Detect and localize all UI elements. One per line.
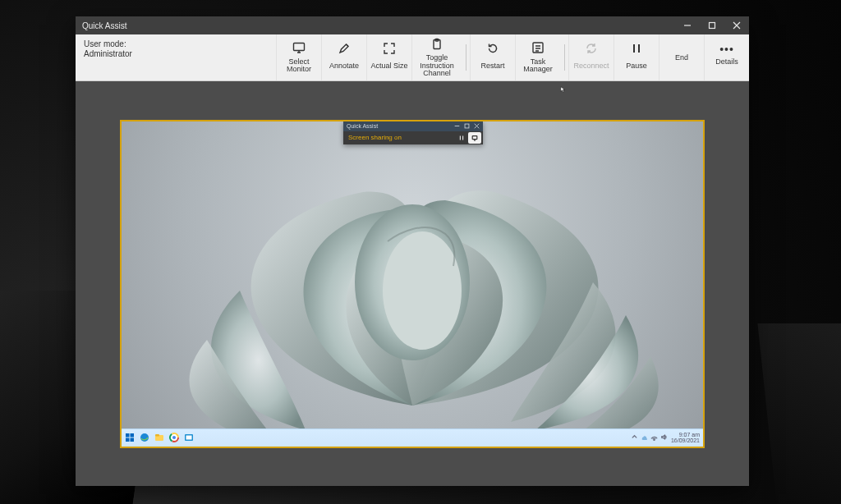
details-button[interactable]: ••• Details: [704, 34, 749, 80]
pause-icon: [630, 42, 643, 57]
remote-overlay-minimize-button[interactable]: [452, 121, 462, 131]
file-explorer-icon[interactable]: [153, 432, 165, 444]
toolbar: User mode: Administrator Select Monitor …: [76, 34, 749, 81]
system-tray[interactable]: [631, 433, 668, 442]
titlebar[interactable]: Quick Assist: [76, 16, 749, 34]
task-manager-button[interactable]: Task Manager: [515, 34, 560, 80]
cursor-icon: [560, 81, 567, 88]
svg-point-20: [172, 436, 176, 439]
app-icon[interactable]: [182, 432, 195, 444]
remote-overlay-statusbar: Screen sharing on: [343, 131, 483, 144]
taskbar-time: 9:07 am: [671, 432, 700, 438]
user-mode-display: User mode: Administrator: [76, 34, 207, 80]
clipboard-icon: [430, 38, 443, 53]
toolbar-buttons: Select Monitor Annotate Actual Size Togg…: [276, 34, 749, 80]
remote-taskbar-left: [123, 432, 195, 444]
actual-size-button[interactable]: Actual Size: [366, 34, 411, 80]
svg-rect-7: [465, 124, 469, 128]
reconnect-icon: [585, 42, 598, 57]
svg-point-23: [654, 440, 655, 441]
restart-button[interactable]: Restart: [470, 34, 515, 80]
network-icon[interactable]: [650, 433, 658, 442]
reconnect-button: Reconnect: [568, 34, 614, 80]
bg-shape-2: [757, 323, 841, 504]
window-controls: [675, 16, 749, 34]
remote-overlay-titlebar[interactable]: Quick Assist: [343, 121, 483, 131]
monitor-icon: [292, 41, 306, 56]
quick-assist-window: Quick Assist User mode: Administrator: [76, 16, 749, 486]
end-button[interactable]: End: [659, 34, 704, 80]
remote-taskbar-right: 9:07 am 16/09/2021: [631, 432, 700, 443]
start-button[interactable]: [123, 432, 136, 444]
restart-icon: [486, 42, 499, 57]
svg-rect-11: [126, 438, 130, 442]
remote-overlay-close-button[interactable]: [471, 121, 481, 131]
volume-icon[interactable]: [660, 433, 668, 442]
select-monitor-button[interactable]: Select Monitor: [276, 34, 321, 80]
svg-rect-8: [472, 135, 477, 139]
maximize-button[interactable]: [700, 16, 724, 34]
remote-taskbar[interactable]: 9:07 am 16/09/2021: [122, 428, 703, 447]
remote-overlay-title: Quick Assist: [347, 123, 378, 129]
svg-rect-10: [130, 433, 134, 438]
taskbar-date: 16/09/2021: [671, 438, 700, 443]
ellipsis-icon: •••: [719, 45, 734, 53]
remote-overlay-window-controls: [452, 121, 481, 131]
remote-overlay-maximize-button[interactable]: [462, 121, 471, 131]
taskbar-clock[interactable]: 9:07 am 16/09/2021: [671, 432, 700, 443]
pause-button[interactable]: Pause: [614, 34, 659, 80]
svg-rect-22: [186, 436, 191, 440]
tray-chevron-icon[interactable]: [631, 433, 638, 442]
remote-overlay-stop-sharing-button[interactable]: [468, 132, 481, 144]
remote-wallpaper: [122, 121, 703, 447]
svg-rect-1: [294, 43, 305, 50]
svg-rect-12: [130, 438, 134, 442]
user-mode-label: User mode:: [84, 39, 199, 49]
toolbar-separator-1: [462, 34, 470, 80]
toolbar-spacer: [207, 34, 276, 80]
remote-overlay-pause-button[interactable]: [455, 132, 468, 144]
annotate-button[interactable]: Annotate: [321, 34, 366, 80]
remote-quick-assist-overlay[interactable]: Quick Assist Screen sharing: [343, 121, 483, 144]
svg-rect-9: [126, 433, 130, 438]
remote-screen[interactable]: Quick Assist Screen sharing: [120, 120, 705, 448]
toolbar-separator-2: [560, 34, 568, 80]
user-mode-value: Administrator: [84, 49, 199, 59]
edge-icon[interactable]: [138, 432, 150, 444]
svg-point-6: [383, 231, 462, 350]
actual-size-icon: [383, 42, 396, 57]
screen-sharing-status: Screen sharing on: [348, 134, 402, 141]
close-button[interactable]: [724, 16, 749, 34]
svg-rect-15: [155, 434, 159, 437]
minimize-button[interactable]: [675, 16, 700, 34]
onedrive-icon[interactable]: [641, 433, 648, 442]
pencil-icon: [338, 42, 351, 57]
chrome-icon[interactable]: [168, 432, 180, 444]
remote-viewport-area: Quick Assist Screen sharing: [76, 81, 749, 486]
svg-rect-0: [710, 23, 715, 29]
window-title: Quick Assist: [76, 21, 126, 30]
toggle-instruction-channel-button[interactable]: Toggle Instruction Channel: [411, 34, 462, 80]
task-manager-icon: [531, 41, 545, 56]
